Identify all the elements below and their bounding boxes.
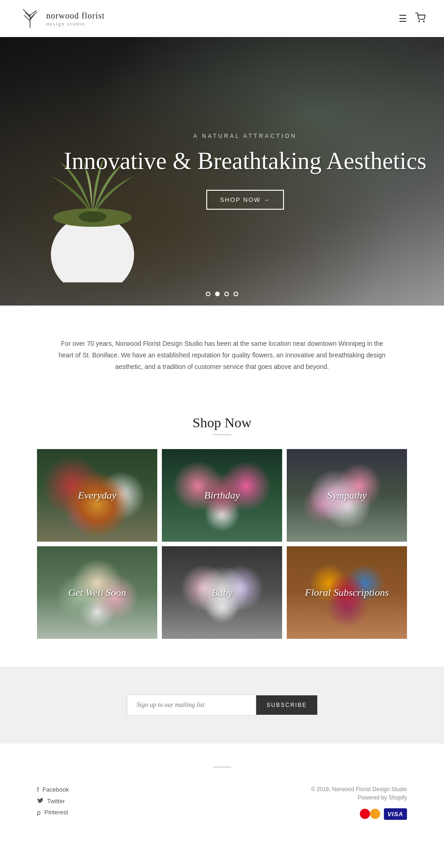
shop-divider (213, 434, 231, 435)
footer-copyright: © 2018, Norwood Florist Design Studio (311, 786, 407, 793)
footer-bottom: f Facebook Twitter p Pinterest © 2018, N… (37, 786, 407, 820)
shop-item-everyday[interactable]: Everyday (37, 449, 157, 542)
footer-twitter[interactable]: Twitter (37, 797, 69, 805)
footer-payment-cards: VISA (311, 808, 407, 820)
shop-section: Shop Now Everyday Birthday Sympathy Get … (0, 406, 444, 667)
shop-item-birthday-label: Birthday (162, 449, 282, 542)
shop-title: Shop Now (37, 415, 407, 431)
shop-item-floral-subscriptions-label: Floral Subscriptions (287, 546, 407, 639)
svg-point-8 (423, 21, 424, 22)
hero-subtitle: A NATURAL ATTRACTION (64, 133, 426, 139)
mailing-input[interactable] (127, 694, 256, 716)
shop-item-getwellsoon[interactable]: Get Well Soon (37, 546, 157, 639)
header-icons: ☰ (399, 12, 426, 25)
facebook-icon: f (37, 786, 39, 793)
shop-item-birthday[interactable]: Birthday (162, 449, 282, 542)
shop-grid: Everyday Birthday Sympathy Get Well Soon… (37, 449, 407, 639)
shop-item-floral-subscriptions[interactable]: Floral Subscriptions (287, 546, 407, 639)
footer-facebook[interactable]: f Facebook (37, 786, 69, 793)
pinterest-label: Pinterest (44, 809, 68, 816)
visa-badge: VISA (384, 808, 407, 820)
shop-item-everyday-label: Everyday (37, 449, 157, 542)
logo-sub: design studio (46, 21, 105, 26)
svg-point-11 (79, 211, 106, 222)
shop-item-baby[interactable]: Baby (162, 546, 282, 639)
twitter-icon (37, 797, 43, 805)
hero-content: A NATURAL ATTRACTION Innovative & Breath… (64, 133, 426, 209)
logo-area[interactable]: norwood florist design studio (18, 7, 105, 30)
pinterest-icon: p (37, 809, 41, 816)
hero-dots (206, 292, 238, 296)
footer-right: © 2018, Norwood Florist Design Studio Po… (311, 786, 407, 820)
subscribe-button[interactable]: SUBSCRIBE (256, 695, 317, 715)
hero-section: A NATURAL ATTRACTION Innovative & Breath… (0, 37, 444, 306)
twitter-label: Twitter (47, 798, 65, 805)
logo-text: norwood florist design studio (46, 11, 105, 26)
shop-item-baby-label: Baby (162, 546, 282, 639)
footer: f Facebook Twitter p Pinterest © 2018, N… (0, 743, 444, 838)
about-text: For over 70 years, Norwood Florist Desig… (56, 338, 388, 373)
shop-item-getwellsoon-label: Get Well Soon (37, 546, 157, 639)
logo-icon (18, 7, 42, 30)
hero-shop-button[interactable]: SHOP NOW → (206, 190, 284, 210)
menu-icon[interactable]: ☰ (399, 13, 407, 24)
hero-title: Innovative & Breathtaking Aesthetics (64, 147, 426, 175)
svg-point-7 (419, 21, 419, 22)
logo-main: norwood florist (46, 11, 105, 21)
header: norwood florist design studio ☰ (0, 0, 444, 37)
about-section: For over 70 years, Norwood Florist Desig… (0, 306, 444, 406)
hero-dot-3[interactable] (224, 292, 229, 296)
shop-item-sympathy-label: Sympathy (287, 449, 407, 542)
footer-pinterest[interactable]: p Pinterest (37, 809, 69, 816)
shop-item-sympathy[interactable]: Sympathy (287, 449, 407, 542)
mastercard-orange-circle (370, 809, 380, 819)
cart-icon[interactable] (415, 12, 426, 25)
svg-line-3 (25, 12, 30, 17)
hero-dot-2[interactable] (215, 292, 220, 296)
mailing-section: SUBSCRIBE (0, 667, 444, 743)
footer-divider (213, 767, 231, 768)
hero-dot-1[interactable] (206, 292, 210, 296)
hero-dot-4[interactable] (234, 292, 238, 296)
mastercard-red-circle (360, 809, 370, 819)
footer-social: f Facebook Twitter p Pinterest (37, 786, 69, 816)
footer-powered: Powered by Shopify (311, 794, 407, 801)
facebook-label: Facebook (43, 786, 69, 793)
